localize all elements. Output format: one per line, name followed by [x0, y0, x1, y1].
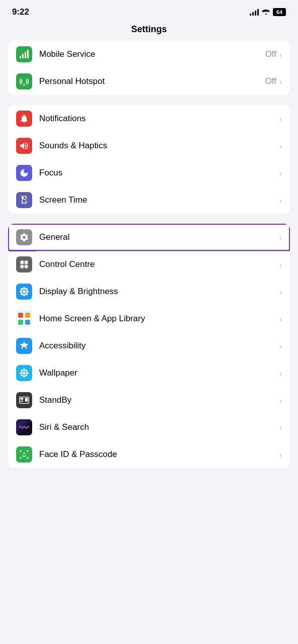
- svg-rect-9: [18, 313, 23, 318]
- siri-search-chevron: ›: [279, 423, 282, 432]
- face-id-chevron: ›: [279, 450, 282, 459]
- screen-time-chevron: ›: [279, 196, 282, 205]
- svg-rect-25: [25, 398, 28, 401]
- mobile-service-icon: [16, 46, 32, 62]
- svg-rect-3: [27, 50, 29, 58]
- face-id-icon: [16, 446, 32, 463]
- status-icons: 64: [250, 8, 286, 16]
- signal-bars-icon: [250, 9, 259, 16]
- focus-label: Focus: [39, 168, 279, 178]
- svg-point-20: [25, 370, 27, 372]
- svg-point-14: [23, 372, 26, 375]
- control-centre-row[interactable]: Control Centre ›: [8, 251, 290, 278]
- accessibility-chevron: ›: [279, 342, 282, 350]
- svg-rect-12: [25, 320, 30, 325]
- display-brightness-icon: [16, 284, 32, 300]
- status-bar: 9:22 64: [0, 0, 298, 20]
- standby-label: StandBy: [39, 395, 279, 405]
- svg-point-28: [25, 453, 26, 454]
- general-chevron: ›: [279, 233, 282, 242]
- connectivity-group: Mobile Service Off › Personal Hotspot Of…: [8, 41, 290, 95]
- display-group: General › Control Centre › Display & Bri…: [8, 224, 290, 468]
- sounds-haptics-icon: [16, 138, 32, 154]
- accessibility-row[interactable]: Accessibility ›: [8, 332, 290, 359]
- siri-icon: [16, 419, 32, 435]
- standby-chevron: ›: [279, 396, 282, 405]
- svg-point-27: [23, 453, 23, 454]
- notifications-label: Notifications: [39, 114, 279, 124]
- svg-rect-8: [25, 265, 28, 268]
- focus-row[interactable]: Focus ›: [8, 159, 290, 187]
- home-screen-icon: [16, 311, 32, 327]
- general-row[interactable]: General ›: [8, 224, 290, 251]
- battery-icon: 64: [273, 8, 286, 16]
- notifications-row[interactable]: Notifications ›: [8, 105, 290, 132]
- svg-point-4: [23, 84, 25, 85]
- mobile-service-row[interactable]: Mobile Service Off ›: [8, 41, 290, 68]
- notifications-chevron: ›: [279, 115, 282, 123]
- svg-rect-11: [18, 320, 23, 325]
- svg-point-21: [21, 374, 23, 376]
- display-brightness-row[interactable]: Display & Brightness ›: [8, 278, 290, 305]
- display-brightness-chevron: ›: [279, 288, 282, 296]
- general-label: General: [39, 232, 279, 242]
- sounds-haptics-label: Sounds & Haptics: [39, 141, 279, 151]
- svg-rect-7: [21, 265, 24, 268]
- focus-icon: [16, 165, 32, 181]
- svg-point-15: [23, 369, 26, 371]
- home-screen-row[interactable]: Home Screen & App Library ›: [8, 305, 290, 332]
- wallpaper-row[interactable]: Wallpaper ›: [8, 359, 290, 387]
- sounds-haptics-row[interactable]: Sounds & Haptics ›: [8, 132, 290, 159]
- svg-point-17: [20, 372, 22, 375]
- wallpaper-chevron: ›: [279, 369, 282, 378]
- personal-hotspot-icon: [16, 73, 32, 89]
- siri-search-row[interactable]: Siri & Search ›: [8, 414, 290, 441]
- svg-point-16: [23, 375, 26, 378]
- wifi-icon: [262, 8, 270, 16]
- svg-rect-24: [21, 398, 24, 400]
- wallpaper-icon: [16, 365, 32, 381]
- home-screen-chevron: ›: [279, 315, 282, 323]
- standby-icon: [16, 392, 32, 408]
- accessibility-icon: [16, 338, 32, 354]
- svg-rect-2: [25, 52, 26, 58]
- svg-point-18: [26, 372, 29, 375]
- face-id-label: Face ID & Passcode: [39, 449, 279, 459]
- page-title-bar: Settings: [0, 20, 298, 41]
- svg-rect-1: [22, 54, 24, 58]
- general-icon: [16, 229, 32, 245]
- accessibility-label: Accessibility: [39, 341, 279, 351]
- svg-point-22: [25, 374, 27, 376]
- focus-chevron: ›: [279, 169, 282, 177]
- personal-hotspot-value: Off: [265, 76, 276, 86]
- wallpaper-label: Wallpaper: [39, 368, 279, 378]
- svg-rect-26: [21, 401, 24, 402]
- control-centre-icon: [16, 256, 32, 272]
- mobile-service-value: Off: [265, 49, 276, 59]
- svg-rect-5: [21, 261, 24, 264]
- control-centre-label: Control Centre: [39, 259, 279, 269]
- notifications-icon: [16, 111, 32, 127]
- display-brightness-label: Display & Brightness: [39, 287, 279, 297]
- page-title: Settings: [131, 24, 167, 34]
- home-screen-label: Home Screen & App Library: [39, 314, 279, 324]
- svg-rect-10: [25, 313, 30, 318]
- mobile-service-label: Mobile Service: [39, 49, 265, 59]
- screen-time-icon: [16, 192, 32, 208]
- siri-search-label: Siri & Search: [39, 422, 279, 432]
- svg-rect-6: [25, 261, 28, 264]
- standby-row[interactable]: StandBy ›: [8, 387, 290, 414]
- svg-point-19: [21, 370, 23, 372]
- face-id-row[interactable]: Face ID & Passcode ›: [8, 441, 290, 468]
- screen-time-label: Screen Time: [39, 195, 279, 205]
- screen-time-row[interactable]: Screen Time ›: [8, 187, 290, 214]
- sounds-haptics-chevron: ›: [279, 142, 282, 150]
- svg-rect-0: [20, 56, 21, 58]
- battery-level: 64: [276, 9, 282, 15]
- mobile-service-chevron: ›: [279, 50, 282, 59]
- personal-hotspot-label: Personal Hotspot: [39, 76, 265, 86]
- personal-hotspot-row[interactable]: Personal Hotspot Off ›: [8, 68, 290, 95]
- status-time: 9:22: [12, 7, 29, 17]
- notifications-group: Notifications › Sounds & Haptics › Focus…: [8, 105, 290, 214]
- personal-hotspot-chevron: ›: [279, 77, 282, 86]
